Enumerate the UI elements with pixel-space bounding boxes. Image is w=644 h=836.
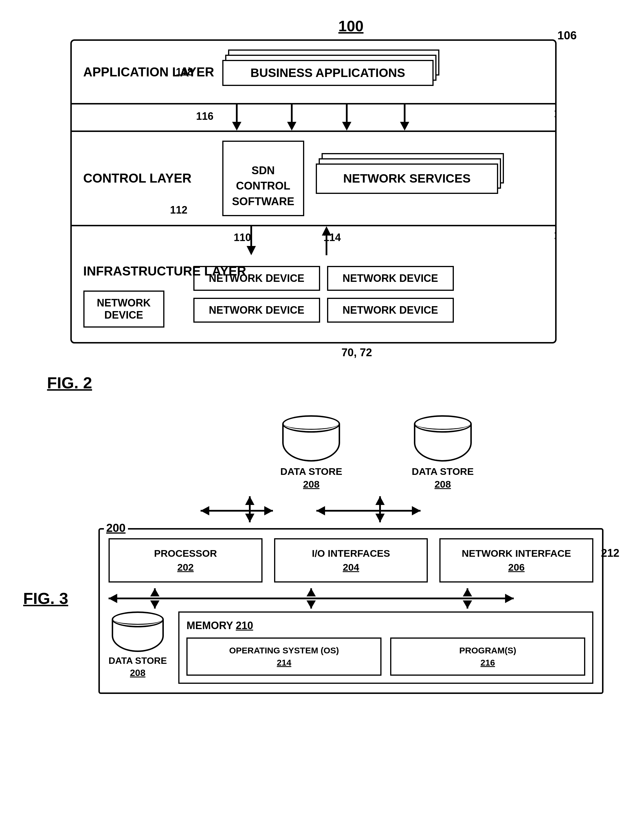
page: 100 106 APPLICATION LAYER 118 BUSINESS A… bbox=[0, 0, 644, 836]
svg-marker-11 bbox=[322, 226, 331, 235]
infra-layer: INFRASTRUCTURE LAYER NETWORK DEVICE NETW… bbox=[72, 255, 555, 342]
svg-marker-30 bbox=[150, 588, 160, 596]
app-layer: APPLICATION LAYER 118 BUSINESS APPLICATI… bbox=[72, 41, 555, 104]
svg-marker-36 bbox=[307, 601, 316, 609]
sdn-box: SDNCONTROLSOFTWARE bbox=[222, 140, 304, 216]
bottom-row: DATA STORE 208 MEMORY 210 OPERATING SYST… bbox=[108, 611, 593, 684]
svg-marker-28 bbox=[505, 594, 514, 603]
sdn-label: SDNCONTROLSOFTWARE bbox=[232, 164, 294, 207]
io-interfaces-box: I/O INTERFACES 204 bbox=[274, 538, 428, 583]
net-device-4: NETWORK DEVICE bbox=[327, 298, 454, 323]
svg-marker-34 bbox=[307, 588, 316, 596]
biz-app-label: BUSINESS APPLICATIONS bbox=[250, 66, 405, 80]
ds-top-right-num: 208 bbox=[435, 478, 451, 490]
svg-marker-5 bbox=[342, 122, 351, 131]
svg-marker-1 bbox=[232, 122, 241, 131]
datastore-bottom-left: DATA STORE 208 bbox=[108, 611, 167, 679]
memory-title: MEMORY 210 bbox=[186, 620, 585, 632]
svg-marker-27 bbox=[108, 594, 117, 603]
fig2-title-100: 100 bbox=[338, 17, 363, 35]
svg-marker-18 bbox=[264, 506, 273, 515]
memory-contents: OPERATING SYSTEM (OS) 214 PROGRAM(S) 216 bbox=[186, 637, 585, 676]
net-device-3: NETWORK DEVICE bbox=[193, 298, 320, 323]
ds-bottom-label: DATA STORE bbox=[108, 655, 167, 666]
ds-bottom-num: 208 bbox=[130, 668, 145, 678]
programs-box: PROGRAM(S) 216 bbox=[390, 637, 585, 676]
memory-box: MEMORY 210 OPERATING SYSTEM (OS) 214 PRO… bbox=[178, 611, 593, 684]
svg-marker-3 bbox=[287, 122, 296, 131]
bus-line bbox=[108, 588, 593, 609]
label-102: 102 bbox=[554, 229, 556, 242]
label-118: 118 bbox=[176, 66, 193, 78]
label-112: 112 bbox=[170, 204, 188, 216]
ds-top-left-num: 208 bbox=[303, 478, 320, 490]
svg-marker-7 bbox=[400, 122, 409, 131]
svg-marker-22 bbox=[375, 496, 385, 505]
network-interface-box: NETWORK INTERFACE 206 bbox=[440, 538, 593, 583]
label-106: 106 bbox=[557, 29, 577, 42]
fig3-caption: FIG. 3 bbox=[23, 589, 68, 607]
fig3-section: FIG. 3 DATA STORE 208 bbox=[23, 415, 621, 694]
svg-marker-38 bbox=[463, 588, 472, 596]
svg-marker-9 bbox=[247, 246, 256, 255]
svg-marker-24 bbox=[316, 506, 325, 515]
ds-top-right-label: DATA STORE bbox=[412, 466, 474, 477]
processor-box: PROCESSOR 202 bbox=[108, 538, 263, 583]
fig2-caption: FIG. 2 bbox=[47, 374, 92, 392]
label-200: 200 bbox=[104, 521, 128, 534]
datastore-top-left: DATA STORE 208 bbox=[280, 415, 342, 490]
network-services-label: NETWORK SERVICES bbox=[343, 171, 471, 186]
svg-marker-40 bbox=[463, 601, 472, 609]
control-layer-title: CONTROL LAYER bbox=[83, 171, 191, 186]
datastore-top-right: DATA STORE 208 bbox=[412, 415, 474, 490]
label-212: 212 bbox=[601, 547, 619, 559]
label-104: 104 bbox=[554, 107, 556, 120]
top-components-row: PROCESSOR 202 I/O INTERFACES 204 NETWORK… bbox=[108, 538, 593, 583]
label-7072: 70, 72 bbox=[342, 346, 372, 359]
svg-marker-32 bbox=[150, 601, 160, 609]
ds-top-left-label: DATA STORE bbox=[280, 466, 342, 477]
fig3-diagram: DATA STORE 208 DATA STORE 208 bbox=[98, 415, 621, 694]
net-device-left-bottom: NETWORK DEVICE bbox=[83, 291, 164, 328]
main-box-200: 200 PROCESSOR 202 I/O INTERFACES 204 NET… bbox=[98, 528, 603, 694]
svg-marker-15 bbox=[245, 496, 254, 505]
svg-marker-25 bbox=[412, 506, 420, 515]
net-device-2: NETWORK DEVICE bbox=[327, 266, 454, 291]
control-layer: CONTROL LAYER 112 SDNCONTROLSOFTWARE NE bbox=[72, 131, 555, 226]
app-layer-title: APPLICATION LAYER bbox=[83, 65, 214, 79]
fig2-container: 100 106 APPLICATION LAYER 118 BUSINESS A… bbox=[47, 17, 597, 392]
os-box: OPERATING SYSTEM (OS) 214 bbox=[186, 637, 381, 676]
infra-layer-title: INFRASTRUCTURE LAYER bbox=[83, 264, 246, 278]
svg-marker-17 bbox=[201, 506, 209, 515]
